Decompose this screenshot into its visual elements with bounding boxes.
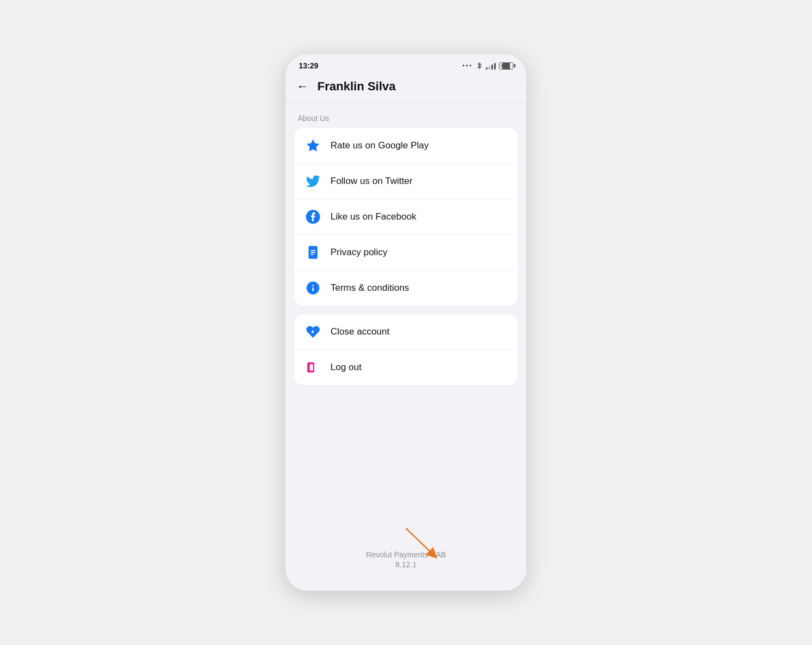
terms-label: Terms & conditions bbox=[330, 283, 409, 293]
info-icon bbox=[305, 280, 321, 296]
about-section-label: About Us bbox=[294, 114, 518, 123]
back-button[interactable]: ← bbox=[297, 79, 309, 94]
status-icons: ··· 53 bbox=[462, 61, 513, 71]
logout-icon bbox=[305, 360, 321, 375]
page-footer: Revolut Payments UAB 8.12.1 bbox=[286, 528, 526, 591]
svg-line-15 bbox=[406, 528, 433, 555]
logout-item[interactable]: Log out bbox=[294, 350, 518, 385]
rate-google-label: Rate us on Google Play bbox=[330, 140, 429, 151]
close-account-label: Close account bbox=[330, 326, 390, 337]
facebook-label: Like us on Facebook bbox=[330, 211, 416, 222]
document-icon bbox=[305, 245, 321, 260]
arrow-annotation bbox=[395, 523, 450, 563]
close-account-item[interactable]: Close account bbox=[294, 314, 518, 350]
status-bar: 13:29 ··· 53 bbox=[286, 54, 526, 74]
terms-item[interactable]: Terms & conditions bbox=[294, 270, 518, 306]
battery-icon: 53 bbox=[499, 62, 513, 70]
privacy-item[interactable]: Privacy policy bbox=[294, 235, 518, 270]
page-content: About Us Rate us on Google Play Follow u… bbox=[286, 103, 526, 528]
about-card: Rate us on Google Play Follow us on Twit… bbox=[294, 128, 518, 306]
twitter-icon bbox=[305, 174, 321, 189]
logout-label: Log out bbox=[330, 362, 362, 373]
status-time: 13:29 bbox=[299, 61, 318, 70]
svg-rect-12 bbox=[310, 364, 313, 371]
rate-google-item[interactable]: Rate us on Google Play bbox=[294, 128, 518, 164]
page-title: Franklin Silva bbox=[317, 79, 396, 94]
facebook-item[interactable]: Like us on Facebook bbox=[294, 199, 518, 235]
privacy-label: Privacy policy bbox=[330, 247, 387, 258]
phone-frame: 13:29 ··· 53 ← Franklin Silva bbox=[286, 54, 526, 591]
bluetooth-icon bbox=[476, 61, 483, 70]
page-header: ← Franklin Silva bbox=[286, 74, 526, 103]
svg-marker-0 bbox=[306, 139, 319, 151]
status-dots: ··· bbox=[462, 61, 473, 71]
signal-bars bbox=[486, 62, 496, 70]
twitter-item[interactable]: Follow us on Twitter bbox=[294, 164, 518, 199]
orange-arrow bbox=[395, 523, 450, 561]
account-card: Close account Log out bbox=[294, 314, 518, 385]
twitter-label: Follow us on Twitter bbox=[330, 176, 413, 187]
star-icon bbox=[305, 138, 321, 153]
broken-heart-icon bbox=[305, 324, 321, 339]
facebook-icon bbox=[305, 209, 321, 224]
